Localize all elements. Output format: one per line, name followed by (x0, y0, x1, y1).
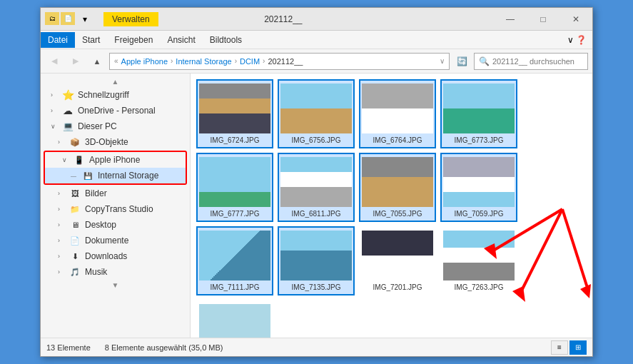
copytrans-icon: 📁 (69, 203, 81, 215)
sidebar-item-internal-storage[interactable]: — 💾 Internal Storage (45, 168, 186, 183)
file-name: IMG_6777.JPG (211, 210, 260, 218)
thumbnail (443, 157, 515, 207)
sidebar-label: 3D-Objekte (85, 137, 128, 147)
explorer-window: 🗂 📄 ▾ Verwalten 202112__ — □ ✕ Datei Sta… (40, 7, 593, 357)
file-item-img7263[interactable]: IMG_7263.JPG (440, 226, 517, 295)
sidebar-item-schnellzugriff[interactable]: › ⭐ Schnellzugriff (41, 87, 190, 103)
breadcrumb-sep-2: › (235, 57, 237, 65)
svg-marker-3 (580, 284, 591, 298)
file-name: IMG_6756.JPG (292, 136, 341, 144)
file-name: IMG_6724.JPG (211, 136, 260, 144)
forward-button[interactable]: ▶ (66, 53, 85, 70)
file-name: IMG_7059.JPG (455, 210, 504, 218)
breadcrumb-bar[interactable]: « Apple iPhone › Internal Storage › DCIM… (109, 53, 450, 70)
thumbnail (280, 157, 352, 207)
menu-ansicht[interactable]: Ansicht (160, 32, 202, 48)
sidebar-label: Schnellzugriff (78, 90, 129, 100)
chevron-icon: › (58, 221, 65, 228)
thumbnail (443, 231, 515, 280)
file-item-img6756[interactable]: IMG_6756.JPG (278, 79, 355, 148)
chevron-icon: › (58, 138, 65, 146)
sidebar-item-onedrive[interactable]: › ☁ OneDrive - Personal (41, 103, 190, 118)
search-bar[interactable]: 🔍 (474, 53, 588, 70)
file-item-img7264[interactable]: IMG_7264.JPG (196, 300, 273, 338)
chevron-icon: › (58, 237, 65, 244)
file-name: IMG_6764.JPG (373, 136, 422, 144)
sidebar-item-dieser-pc[interactable]: ∨ 💻 Dieser PC (41, 118, 190, 134)
window-controls: — □ ✕ (494, 8, 592, 31)
chevron-icon: ∨ (62, 156, 69, 163)
downloads-icon: ⬇ (69, 251, 81, 262)
file-item-img6773[interactable]: IMG_6773.JPG (440, 79, 517, 148)
sidebar-item-dokumente[interactable]: › 📄 Dokumente (41, 233, 190, 248)
menu-bildtools[interactable]: Bildtools (203, 32, 249, 48)
desktop-icon: 🖥 (69, 219, 81, 231)
thumbnail (199, 157, 270, 207)
highlight-box: ∨ 📱 Apple iPhone — 💾 Internal Storage (44, 151, 187, 185)
back-button[interactable]: ◀ (45, 53, 64, 70)
thumbnail (443, 84, 515, 133)
search-input[interactable] (492, 57, 583, 66)
menu-start[interactable]: Start (75, 32, 107, 48)
chevron-icon: › (51, 91, 58, 98)
breadcrumb-internal-storage[interactable]: Internal Storage (176, 57, 231, 66)
sidebar-item-desktop[interactable]: › 🖥 Desktop (41, 217, 190, 233)
file-item-img6764[interactable]: IMG_6764.JPG (359, 79, 436, 148)
sidebar-label: CopyTrans Studio (85, 204, 153, 214)
file-item-img7059[interactable]: IMG_7059.JPG (440, 153, 517, 222)
breadcrumb-sep-3: › (263, 57, 265, 65)
thumbnail (362, 157, 433, 207)
menu-right-btn[interactable]: ∨ ❓ (567, 35, 592, 45)
file-name: IMG_7055.JPG (373, 210, 422, 218)
breadcrumb-apple-iphone[interactable]: Apple iPhone (121, 57, 168, 66)
file-item-img7135[interactable]: IMG_7135.JPG (278, 226, 355, 295)
sidebar-item-musik[interactable]: › 🎵 Musik (41, 264, 190, 280)
refresh-button[interactable]: 🔄 (452, 53, 471, 70)
iphone-icon: 📱 (74, 154, 85, 166)
thumbnail (199, 84, 270, 133)
window-title: 202112__ (73, 14, 494, 24)
sidebar: ▲ › ⭐ Schnellzugriff › ☁ OneDrive - Pers… (41, 74, 191, 338)
item-count: 13 Elemente (46, 343, 91, 352)
sidebar-label: OneDrive - Personal (78, 106, 156, 116)
chevron-icon: — (71, 173, 78, 179)
grid-view-button[interactable]: ⊞ (569, 340, 587, 355)
sidebar-label: Downloads (85, 251, 127, 261)
file-item-img6724[interactable]: IMG_6724.JPG (196, 79, 273, 148)
file-item-img7055[interactable]: IMG_7055.JPG (359, 153, 436, 222)
main-content: ▲ › ⭐ Schnellzugriff › ☁ OneDrive - Pers… (41, 74, 592, 338)
schnellzugriff-icon: ⭐ (62, 89, 74, 101)
sidebar-item-bilder[interactable]: › 🖼 Bilder (41, 186, 190, 201)
list-view-button[interactable]: ≡ (551, 340, 568, 355)
sidebar-item-3d-objekte[interactable]: › 📦 3D-Objekte (41, 134, 190, 150)
title-bar: 🗂 📄 ▾ Verwalten 202112__ — □ ✕ (41, 8, 592, 31)
file-name: IMG_7201.JPG (373, 283, 422, 291)
sidebar-item-copytrans[interactable]: › 📁 CopyTrans Studio (41, 201, 190, 217)
view-controls: ≡ ⊞ (551, 340, 587, 355)
file-item-img7111[interactable]: IMG_7111.JPG (196, 226, 273, 295)
sidebar-item-apple-iphone[interactable]: ∨ 📱 Apple iPhone (45, 152, 186, 168)
breadcrumb-dcim[interactable]: DCIM (240, 57, 260, 66)
maximize-button[interactable]: □ (527, 8, 559, 31)
up-button[interactable]: ▲ (88, 53, 106, 70)
menu-datei[interactable]: Datei (41, 32, 75, 48)
close-button[interactable]: ✕ (559, 8, 592, 31)
file-name: IMG_6811.JPG (292, 210, 341, 218)
file-name: IMG_7111.JPG (211, 283, 260, 291)
file-item-img6811[interactable]: IMG_6811.JPG (278, 153, 355, 222)
breadcrumb-left-icon: « (114, 57, 118, 65)
minimize-button[interactable]: — (494, 8, 527, 31)
sidebar-item-downloads[interactable]: › ⬇ Downloads (41, 248, 190, 264)
chevron-icon: › (58, 206, 65, 213)
onedrive-icon: ☁ (62, 105, 74, 116)
file-name: IMG_7135.JPG (292, 283, 341, 291)
menu-freigeben[interactable]: Freigeben (107, 32, 160, 48)
file-item-img6777[interactable]: IMG_6777.JPG (196, 153, 273, 222)
storage-icon: 💾 (82, 170, 93, 181)
file-item-img7201[interactable]: IMG_7201.JPG (359, 226, 436, 295)
address-bar: ◀ ▶ ▲ « Apple iPhone › Internal Storage … (41, 49, 592, 74)
breadcrumb-dropdown[interactable]: ∨ (440, 57, 445, 65)
dokumente-icon: 📄 (69, 235, 81, 246)
thumbnail (280, 84, 352, 133)
sidebar-label: Bilder (85, 188, 107, 198)
